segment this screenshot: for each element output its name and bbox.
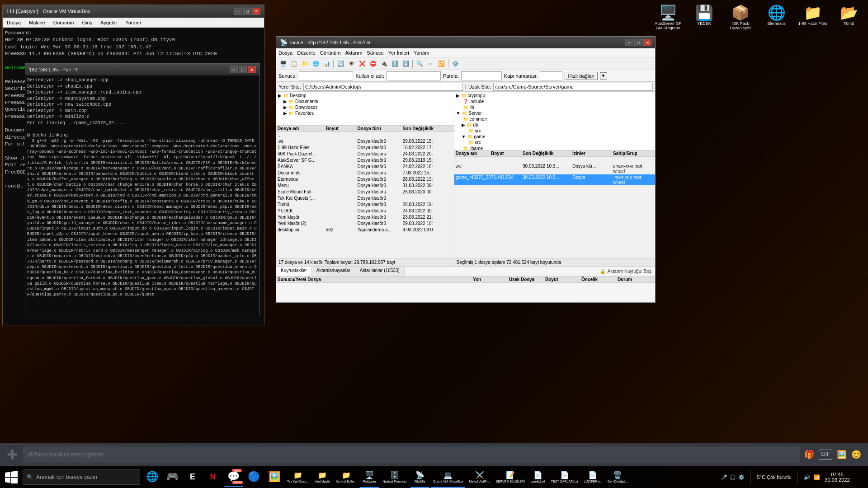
fz-menu-sunucu[interactable]: Sunucu	[367, 50, 383, 56]
fz-btn-dir-comparison[interactable]: ↔️	[425, 59, 435, 69]
taskbar-app-epic[interactable]: E	[183, 468, 202, 487]
vbox-menu-giris[interactable]: Giriş	[80, 19, 94, 26]
taskbar-app-edge[interactable]: 🌐	[142, 468, 161, 487]
fz-btn-sync[interactable]: 🔁	[436, 59, 446, 69]
headset-icon[interactable]: 🎧	[730, 474, 736, 480]
fz-menu-yardim[interactable]: Yardım	[414, 50, 429, 56]
chat-emoji-icon[interactable]: 😊	[851, 450, 861, 460]
fz-dropdown-btn[interactable]: ▼	[600, 72, 607, 80]
fz-remote-tree-item-game[interactable]: ▼ 📁 game	[461, 134, 654, 140]
taskbar-app-navicat[interactable]: 🗄️ Navicat Premium	[380, 466, 409, 488]
fz-remote-tree-item-cryptopp[interactable]: ▶ 📁 cryptopp	[455, 93, 654, 99]
chat-gif-btn[interactable]: GIF	[819, 450, 832, 460]
table-row[interactable]: 1-99 Hazır FilesDosya klasörü16.02.2022 …	[276, 145, 454, 151]
table-row[interactable]: Tek Kat Quests (...Dosya klasörü	[276, 195, 454, 202]
taskbar-app-filezilla[interactable]: 📡 FileZilla	[410, 466, 429, 488]
start-button[interactable]	[0, 466, 23, 488]
fz-btn-toggle-hidden[interactable]: 👁️	[346, 59, 356, 69]
show-desktop-btn[interactable]	[854, 468, 863, 486]
chat-add-icon[interactable]: ➕	[7, 449, 18, 460]
mic-icon[interactable]: 🎤	[721, 474, 727, 480]
fz-menu-aktarim[interactable]: Aktarım	[345, 50, 362, 56]
table-row[interactable]: ..	[276, 132, 454, 138]
table-row[interactable]: Yeni klasör (2)Dosya klasörü29.03.2022 1…	[276, 221, 454, 227]
taskbar-app-oracle[interactable]: 💻 Oracle VM VirtualBox	[431, 466, 466, 488]
vbox-menu-gorunum[interactable]: Görünüm	[52, 19, 76, 26]
fz-btn-cancel[interactable]: ⛔	[368, 59, 378, 69]
fz-btn-toggle-remote[interactable]: 🌐	[311, 59, 321, 69]
table-row[interactable]: MezuDosya klasörü31.03.2022 09:	[276, 183, 454, 189]
putty-close-btn[interactable]: ✕	[248, 66, 256, 73]
fz-queue-tab-aktarilamayanlar[interactable]: Aktarılamayanlar	[312, 267, 355, 276]
fz-sunucu-input[interactable]	[299, 71, 353, 80]
fz-btn-toggle-queue[interactable]: 📊	[321, 59, 331, 69]
taskbar-app-chrome[interactable]: 🔵	[244, 468, 263, 487]
fz-remote-tree-item-db[interactable]: ▶ 📁 db	[461, 122, 654, 128]
taskbar-app-discord[interactable]: 💬 YENI #6345	[224, 468, 243, 487]
chat-input[interactable]: @Puma kanalına mesaj gönder	[23, 446, 800, 463]
fz-btn-refresh[interactable]: 🔄	[335, 59, 345, 69]
fz-menu-yeriminleri[interactable]: Yer İmleri	[388, 50, 409, 56]
taskbar-app-photoshop[interactable]: 🖼️	[264, 468, 283, 487]
fz-queue-tab-aktarilanlar[interactable]: Aktarılanlar (16533)	[355, 267, 405, 276]
table-row[interactable]: AtakServer SF G...Dosya klasörü29.03.201…	[276, 157, 454, 164]
fz-parola-input[interactable]	[461, 71, 502, 80]
vbox-menu-aygitlar[interactable]: Aygıtlar	[99, 19, 119, 26]
fz-remote-tree-item-common[interactable]: 📁 common	[461, 116, 654, 122]
settings-icon[interactable]: ⚙️	[738, 474, 745, 480]
desktop-icon-40k[interactable]: 📦 40K Pack Düzenleyici	[723, 2, 757, 32]
table-row[interactable]: YEDEKDosya klasörü24.03.2022 00:	[276, 208, 454, 214]
table-row[interactable]: BANKADosya klasörü24.02.2022 18:	[276, 164, 454, 170]
fz-btn-download[interactable]: ⬇️	[401, 59, 410, 69]
fz-remote-tree[interactable]: ▶ 📁 cryptopp ❓ include 📁 lib ▼ 📁	[454, 92, 655, 150]
taskbar-app-testcarlari[interactable]: 📄 TEST ÇARLARI.txt	[549, 466, 580, 488]
chat-gift-icon[interactable]: 🎁	[804, 450, 814, 460]
fz-local-tree-item-downloads[interactable]: ▶ 📁 Downloads	[283, 104, 453, 110]
taskbar-app-yeniklasör[interactable]: 📁 Yeni klasör	[312, 466, 332, 488]
table-row[interactable]: game_r43370_3272.481.52430.03.2022 10:3.…	[454, 174, 655, 186]
taskbar-app-lucifer[interactable]: 📄 LUCIFER.txt	[581, 466, 604, 488]
fz-maximize-btn[interactable]: □	[634, 39, 642, 46]
desktop-icon-hazir[interactable]: 📁 1-99 Hazır Files	[796, 2, 830, 32]
table-row[interactable]: Scale Mount FullDosya klasörü25.08.2020 …	[276, 189, 454, 195]
fz-close-btn[interactable]: ✕	[643, 39, 651, 46]
fz-local-path-input[interactable]	[303, 83, 463, 91]
fz-btn-settings[interactable]: ⚙️	[450, 59, 460, 69]
fz-local-tree-item-desktop[interactable]: ▶ 📁 Desktop	[277, 93, 453, 99]
putty-minimize-btn[interactable]: ─	[230, 66, 238, 73]
fz-btn-disconnect[interactable]: ❌	[357, 59, 367, 69]
taskbar-app-rdr2[interactable]: 🎮	[163, 468, 182, 487]
table-row[interactable]: 40K Pack Düzenl...Dosya klasörü24.03.202…	[276, 151, 454, 157]
fz-remote-tree-item-include[interactable]: ❓ include	[461, 99, 654, 104]
vbox-maximize-btn[interactable]: □	[243, 8, 251, 15]
fz-btn-toggle-local[interactable]: 📁	[300, 59, 310, 69]
fz-local-tree-item-favorites[interactable]: ▶ 📁 Favorites	[283, 110, 453, 116]
fz-local-tree-item-documents[interactable]: ▶ 📁 Documents	[283, 99, 453, 104]
vbox-minimize-btn[interactable]: ─	[234, 8, 242, 15]
taskbar-app-metin2[interactable]: ⚔️ Metin2 AntiFl...	[467, 466, 492, 488]
fz-kullanici-input[interactable]	[387, 71, 441, 80]
fz-menu-dosya[interactable]: Dosya	[278, 50, 292, 56]
fz-btn-toggle-log[interactable]: 📋	[289, 59, 299, 69]
table-row[interactable]: DocumentsDosya klasörü7.03.2022 15:	[276, 170, 454, 176]
fz-remote-tree-item-lib[interactable]: 📁 lib	[461, 104, 654, 110]
fz-menu-duzenle[interactable]: Düzenle	[297, 50, 315, 56]
fz-btn-filter[interactable]: 🔍	[415, 59, 425, 69]
sys-tray-sound[interactable]: 🔊	[804, 474, 810, 480]
putty-terminal[interactable]: Derleniyor -> shop_manager.cpp Derleniyo…	[25, 75, 259, 316]
taskbar-app-kontroledilecekler[interactable]: 📁 Kontrol Edile...	[334, 466, 359, 488]
desktop-icon-eternexus[interactable]: 🌐 Eternexus	[760, 2, 793, 32]
fz-remote-tree-item-src2[interactable]: 📁 src	[466, 140, 654, 145]
taskbar-app-putty[interactable]: 🖥️ Putty.exe	[360, 466, 379, 488]
fz-menu-gorunum[interactable]: Görünüm	[320, 50, 341, 56]
fz-remote-path-input[interactable]	[493, 83, 653, 91]
table-row[interactable]: Yeni klasörDosya klasörü23.03.2022 21:	[276, 214, 454, 221]
table-row[interactable]: TümüDosya klasörü28.03.2022 19:	[276, 202, 454, 208]
taskbar-app-userlist[interactable]: 📄 userlist.txt	[528, 466, 547, 488]
vbox-menu-makine[interactable]: Makine	[27, 19, 47, 26]
table-row[interactable]: EternexusDosya klasörü28.03.2022 19:	[276, 176, 454, 183]
table-row[interactable]: ..	[454, 157, 655, 163]
fz-remote-tree-item-server[interactable]: ▼ 📁 Server	[455, 110, 654, 116]
taskbar-app-serverbilgileri[interactable]: 📝 SERVER BİLGİLERİ	[494, 466, 527, 488]
vbox-menu-dosya[interactable]: Dosya	[5, 19, 23, 26]
